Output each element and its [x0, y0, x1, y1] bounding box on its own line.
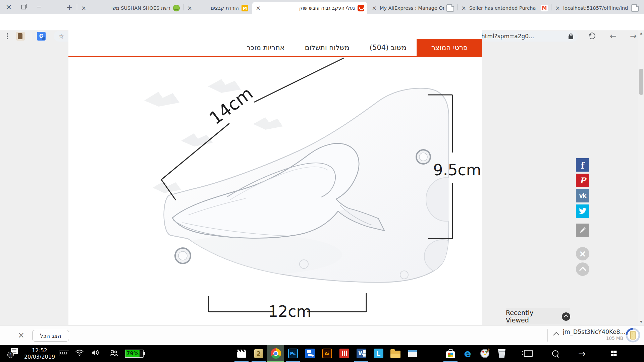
taskbar-chrome-icon[interactable] [267, 345, 284, 362]
microsoft-store-icon [446, 351, 455, 358]
taskbar-illustrator-icon[interactable] [319, 345, 335, 362]
translate-icon[interactable] [37, 32, 46, 41]
tab-close-icon[interactable] [187, 5, 193, 11]
scroll-up-icon[interactable] [638, 30, 644, 36]
collapse-up-icon[interactable] [576, 262, 589, 276]
window-restore-icon[interactable] [16, 0, 31, 14]
printer-tools-icon [305, 349, 315, 358]
share-rail: f P vk [576, 158, 589, 278]
dim-12cm-label: 12cm [268, 302, 312, 320]
recently-viewed-button[interactable]: Recently Viewed [506, 308, 570, 324]
red-bars-icon [339, 349, 349, 358]
pinterest-share-icon[interactable]: P [576, 174, 589, 187]
reload-icon[interactable] [589, 33, 595, 39]
battery-tip [144, 352, 145, 355]
wifi-icon[interactable] [75, 349, 84, 357]
bookmark-star-icon[interactable] [58, 33, 64, 40]
tab-seller-mail[interactable]: Seller has extended Purcha [458, 2, 551, 14]
browser-titlebar: רשת SUSHAN SHOES משי הורדת קבצים נעלי הע… [0, 0, 644, 14]
taskbar-store-icon[interactable] [442, 345, 459, 362]
scrollbar-thumb[interactable] [639, 69, 643, 95]
edge-icon [464, 348, 471, 359]
taskbar-recycle-bin-icon[interactable] [493, 345, 510, 362]
taskbar-clock[interactable]: 12:52 20/03/2019 [21, 347, 58, 360]
minimize-icon [37, 7, 41, 7]
download-item[interactable]: jm_D5st3NcY40Ke8....zip 105 MB [563, 328, 623, 341]
taskbar-edge-icon[interactable] [459, 345, 476, 362]
menu-kebab-icon[interactable] [7, 33, 8, 35]
green-site-icon [173, 5, 180, 11]
restore-icon [21, 5, 26, 9]
twitter-share-icon[interactable] [576, 204, 589, 218]
taskbar-games-app-icon[interactable] [250, 345, 267, 362]
tab-aliexpress-product-active[interactable]: נעלי העקב גבוה עובש שוק [252, 2, 367, 14]
taskbar-file-explorer-icon[interactable] [387, 345, 404, 362]
touch-keyboard-icon[interactable] [59, 351, 69, 356]
clapperboard-icon [237, 350, 246, 358]
taskbar-paint-icon[interactable] [476, 345, 493, 362]
download-shelf: הצג הכל jm_D5st3NcY40Ke8....zip 105 MB [0, 325, 644, 345]
gmail-icon [541, 5, 548, 11]
taskbar-word-icon[interactable] [353, 345, 370, 362]
vk-share-icon[interactable]: vk [576, 189, 589, 202]
tab-my-aliexpress[interactable]: My AliExpress : Manage Or [368, 2, 457, 14]
battery-indicator[interactable]: 79% [125, 350, 144, 358]
task-view-icon [524, 350, 533, 357]
tab-localhost[interactable]: localhost:51857/offline/ind [552, 2, 642, 14]
tab-title: My AliExpress : Manage Or [380, 5, 444, 11]
notification-center-icon[interactable]: 4 [7, 348, 18, 358]
tab-title: הורדת קבצים [195, 5, 239, 11]
start-button[interactable] [605, 345, 622, 362]
yellow-downloads-icon [241, 5, 248, 11]
product-page: פרטי המוצר משוב (504) משלוח ותשלום אחריו… [68, 30, 482, 325]
tab-close-icon[interactable] [555, 5, 560, 11]
search-icon [552, 350, 558, 357]
download-progress-icon[interactable] [625, 327, 641, 343]
forward-icon[interactable] [628, 31, 639, 42]
pencil-icon [579, 227, 586, 234]
tab-file-download[interactable]: הורדת קבצים [184, 2, 251, 14]
tab-close-icon[interactable] [461, 5, 467, 11]
close-share-icon[interactable] [576, 247, 589, 260]
task-view-button[interactable] [520, 345, 537, 362]
taskbar-lightshot-icon[interactable] [370, 345, 387, 362]
notification-badge: 4 [7, 352, 14, 358]
tab-sushan-shoes[interactable]: רשת SUSHAN SHOES משי [78, 2, 183, 14]
search-button[interactable] [547, 345, 564, 362]
chevron-up-icon [564, 314, 568, 319]
taskbar-adobe-red-app-icon[interactable] [336, 345, 353, 362]
download-item-chevron-icon[interactable] [553, 332, 559, 338]
clock-date: 20/03/2019 [21, 354, 58, 360]
taskbar-package-app-icon[interactable] [404, 345, 421, 362]
new-tab-button[interactable] [64, 3, 74, 12]
back-button[interactable] [574, 345, 590, 362]
show-all-downloads-button[interactable]: הצג הכל [32, 330, 69, 342]
tab-close-icon[interactable] [81, 5, 87, 11]
scroll-down-icon[interactable] [638, 319, 644, 324]
windows-logo-icon [611, 351, 617, 356]
tab-separator [551, 4, 551, 10]
window-close-icon[interactable] [1, 0, 16, 14]
expand-circle [562, 312, 570, 321]
people-icon[interactable] [109, 349, 118, 358]
shelf-close-icon[interactable] [17, 331, 25, 340]
shelf-divider [547, 329, 548, 342]
page-icon [446, 4, 454, 12]
edit-pencil-icon[interactable] [576, 224, 589, 237]
screen: רשת SUSHAN SHOES משי הורדת קבצים נעלי הע… [0, 0, 644, 362]
window-minimize-icon[interactable] [32, 0, 46, 14]
taskbar-photoshop-icon[interactable] [284, 345, 301, 362]
tab-separator [183, 4, 183, 10]
taskbar-devices-app-icon[interactable] [302, 345, 318, 362]
tab-close-icon[interactable] [255, 5, 261, 11]
paint-palette-icon [480, 349, 489, 358]
facebook-share-icon[interactable]: f [576, 158, 589, 172]
page-scrollbar[interactable] [638, 30, 644, 325]
package-icon [408, 350, 417, 357]
taskbar-movies-app-icon[interactable] [233, 345, 250, 362]
back-icon[interactable] [608, 31, 619, 42]
recycle-bin-icon [498, 349, 505, 358]
tab-close-icon[interactable] [371, 5, 377, 11]
volume-icon[interactable] [91, 349, 99, 357]
extension-icon[interactable] [16, 32, 25, 41]
